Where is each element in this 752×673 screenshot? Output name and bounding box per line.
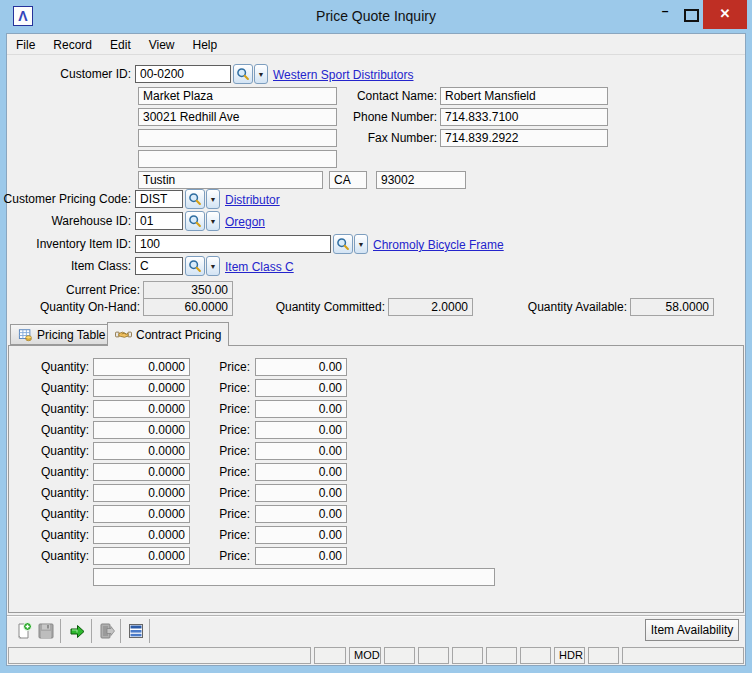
item-class-lookup-button[interactable] — [185, 256, 205, 276]
menu-record[interactable]: Record — [44, 36, 101, 54]
qty-available-field: 58.0000 — [630, 298, 714, 316]
warehouse-id-field[interactable]: 01 — [135, 212, 183, 230]
address-line4-field — [138, 150, 337, 168]
status-segment — [314, 647, 346, 664]
magnifier-icon — [188, 214, 202, 228]
customer-name-link[interactable]: Western Sport Distributors — [273, 68, 414, 82]
exit-button[interactable] — [96, 620, 118, 642]
fax-number-field: 714.839.2922 — [440, 129, 608, 147]
qty-on-hand-label: Quantity On-Hand: — [0, 300, 140, 314]
price-field[interactable]: 0.00 — [255, 379, 347, 397]
new-record-button[interactable] — [12, 620, 34, 642]
inventory-item-label: Inventory Item ID: — [0, 237, 131, 251]
menu-divider — [7, 54, 745, 55]
price-label: Price: — [160, 507, 250, 521]
status-mod: MOD — [349, 647, 381, 664]
quantity-label: Quantity: — [0, 423, 89, 437]
pricing-code-dropdown-button[interactable]: ▼ — [206, 189, 220, 209]
price-label: Price: — [160, 549, 250, 563]
price-label: Price: — [160, 381, 250, 395]
qty-available-label: Quantity Available: — [487, 300, 627, 314]
price-label: Price: — [160, 528, 250, 542]
warehouse-lookup-button[interactable] — [185, 211, 205, 231]
toolbar-separator — [91, 619, 92, 643]
note-field[interactable] — [93, 568, 495, 586]
contact-name-label: Contact Name: — [300, 89, 437, 103]
magnifier-icon — [336, 237, 350, 251]
current-price-field: 350.00 — [143, 281, 233, 299]
close-button[interactable]: ✕ — [703, 0, 747, 29]
item-availability-button[interactable]: Item Availability — [645, 619, 739, 641]
price-label: Price: — [160, 360, 250, 374]
toolbar-separator — [120, 619, 121, 643]
quantity-label: Quantity: — [0, 381, 89, 395]
status-hdr: HDR — [554, 647, 585, 664]
phone-number-label: Phone Number: — [300, 110, 437, 124]
maximize-icon — [684, 9, 699, 22]
price-label: Price: — [160, 402, 250, 416]
inventory-item-link[interactable]: Chromoly Bicycle Frame — [373, 238, 504, 252]
status-segment — [452, 647, 483, 664]
menu-help[interactable]: Help — [184, 36, 227, 54]
inventory-item-dropdown-button[interactable]: ▼ — [354, 234, 368, 254]
price-field[interactable]: 0.00 — [255, 421, 347, 439]
price-label: Price: — [160, 423, 250, 437]
price-field[interactable]: 0.00 — [255, 505, 347, 523]
maximize-button[interactable] — [678, 0, 704, 29]
pricing-table-icon — [18, 328, 33, 342]
window-title: Price Quote Inquiry — [0, 0, 752, 33]
inventory-item-field[interactable]: 100 — [135, 235, 331, 253]
list-icon — [127, 622, 145, 640]
handshake-icon — [115, 328, 132, 341]
toolbar-divider — [7, 615, 745, 617]
tab-contract-pricing[interactable]: Contract Pricing — [107, 322, 229, 346]
minimize-button[interactable]: – — [652, 0, 678, 29]
tab-pricing-table[interactable]: Pricing Table — [10, 324, 113, 345]
pricing-code-link[interactable]: Distributor — [225, 193, 280, 207]
menu-file[interactable]: File — [7, 36, 44, 54]
status-segment — [622, 647, 744, 664]
price-field[interactable]: 0.00 — [255, 463, 347, 481]
current-price-label: Current Price: — [0, 283, 140, 297]
status-segment — [520, 647, 551, 664]
tab-contract-pricing-label: Contract Pricing — [136, 328, 221, 342]
price-field[interactable]: 0.00 — [255, 358, 347, 376]
price-label: Price: — [160, 444, 250, 458]
contact-name-field: Robert Mansfield — [440, 87, 608, 105]
customer-id-field[interactable]: 00-0200 — [135, 65, 231, 83]
city-field: Tustin — [138, 171, 323, 189]
customer-lookup-button[interactable] — [233, 64, 253, 84]
warehouse-link[interactable]: Oregon — [225, 215, 265, 229]
pricing-code-lookup-button[interactable] — [185, 189, 205, 209]
menu-edit[interactable]: Edit — [101, 36, 140, 54]
price-field[interactable]: 0.00 — [255, 442, 347, 460]
pricing-code-field[interactable]: DIST — [135, 190, 183, 208]
customer-dropdown-button[interactable]: ▼ — [254, 64, 268, 84]
menu-view[interactable]: View — [140, 36, 184, 54]
quantity-label: Quantity: — [0, 402, 89, 416]
inventory-item-lookup-button[interactable] — [333, 234, 353, 254]
status-segment — [384, 647, 415, 664]
list-button[interactable] — [125, 620, 147, 642]
save-button[interactable] — [35, 620, 57, 642]
item-class-field[interactable]: C — [135, 257, 183, 275]
save-icon — [37, 622, 55, 640]
warehouse-dropdown-button[interactable]: ▼ — [206, 211, 220, 231]
state-field: CA — [329, 171, 367, 189]
qty-committed-label: Quantity Committed: — [245, 300, 385, 314]
qty-on-hand-field: 60.0000 — [143, 298, 233, 316]
new-record-icon — [14, 622, 33, 641]
green-arrow-icon — [68, 622, 87, 641]
price-field[interactable]: 0.00 — [255, 526, 347, 544]
item-class-link[interactable]: Item Class C — [225, 260, 294, 274]
quantity-label: Quantity: — [0, 549, 89, 563]
price-field[interactable]: 0.00 — [255, 400, 347, 418]
item-class-dropdown-button[interactable]: ▼ — [206, 256, 220, 276]
price-field[interactable]: 0.00 — [255, 484, 347, 502]
price-field[interactable]: 0.00 — [255, 547, 347, 565]
quantity-label: Quantity: — [0, 528, 89, 542]
title-bar: Λ Price Quote Inquiry – ✕ — [0, 0, 752, 33]
status-segment — [8, 647, 311, 664]
next-record-button[interactable] — [66, 620, 88, 642]
price-label: Price: — [160, 465, 250, 479]
